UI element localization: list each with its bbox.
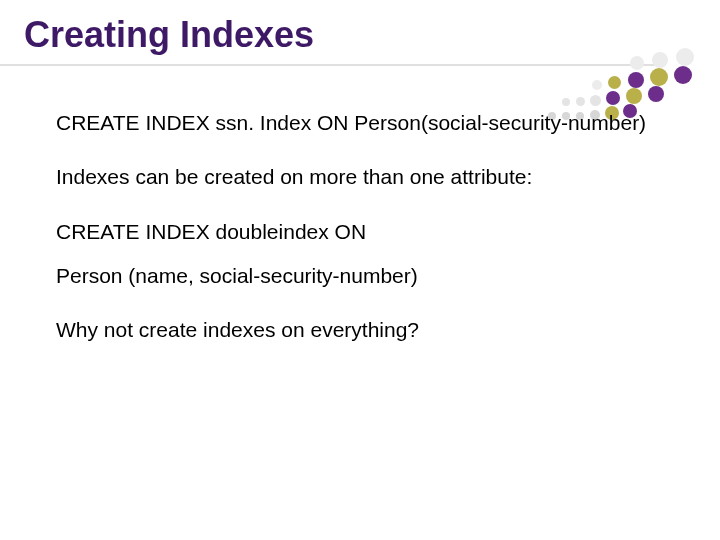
decor-dot	[590, 95, 601, 106]
decor-dot	[652, 52, 668, 68]
decor-dot	[630, 56, 644, 70]
slide-body: CREATE INDEX ssn. Index ON Person(social…	[56, 110, 660, 371]
decor-dot	[676, 48, 694, 66]
body-line-1: CREATE INDEX ssn. Index ON Person(social…	[56, 110, 660, 136]
slide-title: Creating Indexes	[24, 14, 314, 56]
decor-dot	[606, 91, 620, 105]
body-line-4: Person (name, social-security-number)	[56, 263, 660, 289]
decor-dot	[608, 76, 621, 89]
body-line-3: CREATE INDEX doubleindex ON	[56, 219, 660, 245]
decor-dot	[592, 80, 602, 90]
body-line-5: Why not create indexes on everything?	[56, 317, 660, 343]
slide: Creating Indexes CREATE INDEX ssn. Index…	[0, 0, 720, 540]
decor-dot	[576, 97, 585, 106]
decor-dot	[650, 68, 668, 86]
decor-dot	[648, 86, 664, 102]
decor-dot	[674, 66, 692, 84]
decor-dot	[562, 98, 570, 106]
decor-dot	[628, 72, 644, 88]
body-line-2: Indexes can be created on more than one …	[56, 164, 660, 190]
decor-dot	[626, 88, 642, 104]
